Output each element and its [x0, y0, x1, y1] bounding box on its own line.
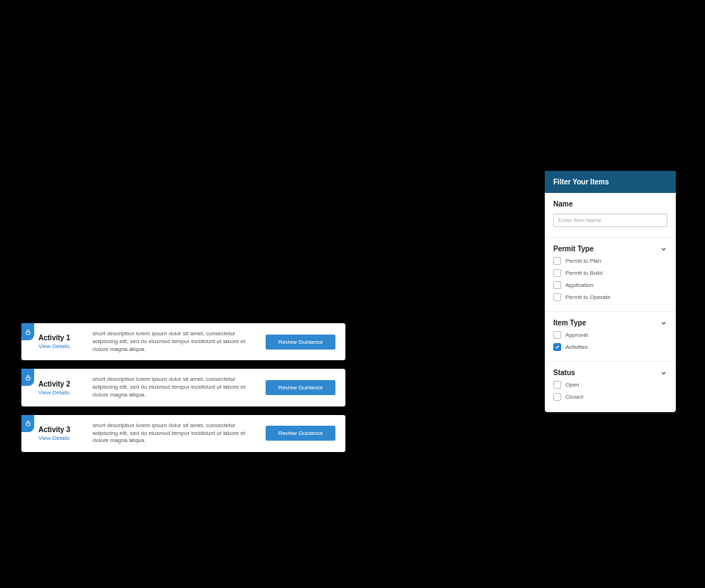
checkbox[interactable] [553, 381, 561, 389]
filter-option[interactable]: Permit to Build [553, 269, 667, 277]
filter-option[interactable]: Open [553, 381, 667, 389]
svg-rect-1 [26, 377, 29, 380]
name-label: Name [553, 200, 573, 208]
option-label: Closed [565, 394, 583, 400]
checkbox[interactable] [553, 293, 561, 301]
section-head-status[interactable]: Status [553, 369, 667, 377]
item-type-options: ApprovalActivities [553, 331, 667, 351]
filter-option[interactable]: Closed [553, 393, 667, 401]
option-label: Application [565, 282, 593, 288]
section-head-item-type[interactable]: Item Type [553, 319, 667, 327]
checkbox[interactable] [553, 269, 561, 277]
checkbox[interactable] [553, 343, 561, 351]
filter-option[interactable]: Activities [553, 343, 667, 351]
activity-description: short description lorem ipsum dolor sit … [90, 376, 266, 399]
status-options: OpenClosed [553, 381, 667, 401]
review-guidance-button[interactable]: Review Guidance [266, 380, 335, 395]
filter-option[interactable]: Permit to Plan [553, 257, 667, 265]
section-head-name: Name [553, 200, 667, 208]
activity-title: Activity 3 [38, 426, 90, 434]
svg-rect-0 [26, 332, 29, 335]
activity-card: Activity 2View Detailsshort description … [21, 369, 345, 406]
filter-section-status: Status OpenClosed [553, 369, 667, 401]
divider [545, 311, 676, 312]
lock-icon [21, 369, 34, 386]
filter-section-permit-type: Permit Type Permit to PlanPermit to Buil… [553, 245, 667, 301]
activity-card: Activity 1View Detailsshort description … [21, 323, 345, 360]
permit-type-options: Permit to PlanPermit to BuildApplication… [553, 257, 667, 301]
option-label: Activities [565, 344, 588, 350]
view-details-link[interactable]: View Details [38, 389, 90, 396]
filter-section-name: Name [553, 200, 667, 227]
activity-title: Activity 1 [38, 334, 90, 342]
filter-panel: Filter Your Items Name Permit Type Permi… [545, 171, 676, 412]
chevron-down-icon [660, 369, 667, 377]
activity-description: short description lorem ipsum dolor sit … [90, 330, 266, 353]
status-label: Status [553, 369, 575, 377]
divider [545, 237, 676, 238]
activity-head: Activity 2View Details [38, 380, 90, 396]
activity-description: short description lorem ipsum dolor sit … [90, 422, 266, 445]
activity-card: Activity 3View Detailsshort description … [21, 415, 345, 452]
option-label: Permit to Operate [565, 294, 610, 300]
lock-icon [21, 323, 34, 340]
svg-rect-2 [26, 423, 29, 426]
checkbox[interactable] [553, 331, 561, 339]
filter-body: Name Permit Type Permit to PlanPermit to… [545, 193, 676, 412]
lock-icon [21, 415, 34, 432]
checkbox[interactable] [553, 257, 561, 265]
review-guidance-button[interactable]: Review Guidance [266, 426, 335, 441]
view-details-link[interactable]: View Details [38, 435, 90, 441]
checkbox[interactable] [553, 393, 561, 401]
option-label: Approval [565, 332, 588, 338]
divider [545, 361, 676, 362]
activities-list: Activity 1View Detailsshort description … [21, 323, 345, 461]
review-guidance-button[interactable]: Review Guidance [266, 335, 335, 350]
chevron-down-icon [660, 320, 667, 327]
option-label: Open [565, 382, 580, 388]
name-input[interactable] [553, 214, 667, 227]
filter-option[interactable]: Permit to Operate [553, 293, 667, 301]
option-label: Permit to Build [565, 270, 602, 276]
permit-type-label: Permit Type [553, 245, 594, 253]
chevron-down-icon [660, 246, 667, 253]
activity-title: Activity 2 [38, 380, 90, 388]
filter-header: Filter Your Items [545, 171, 676, 193]
view-details-link[interactable]: View Details [38, 343, 90, 350]
section-head-permit-type[interactable]: Permit Type [553, 245, 667, 253]
option-label: Permit to Plan [565, 258, 601, 264]
filter-option[interactable]: Approval [553, 331, 667, 339]
activity-head: Activity 3View Details [38, 426, 90, 441]
item-type-label: Item Type [553, 319, 586, 327]
checkbox[interactable] [553, 281, 561, 289]
activity-head: Activity 1View Details [38, 334, 90, 350]
filter-section-item-type: Item Type ApprovalActivities [553, 319, 667, 351]
filter-option[interactable]: Application [553, 281, 667, 289]
